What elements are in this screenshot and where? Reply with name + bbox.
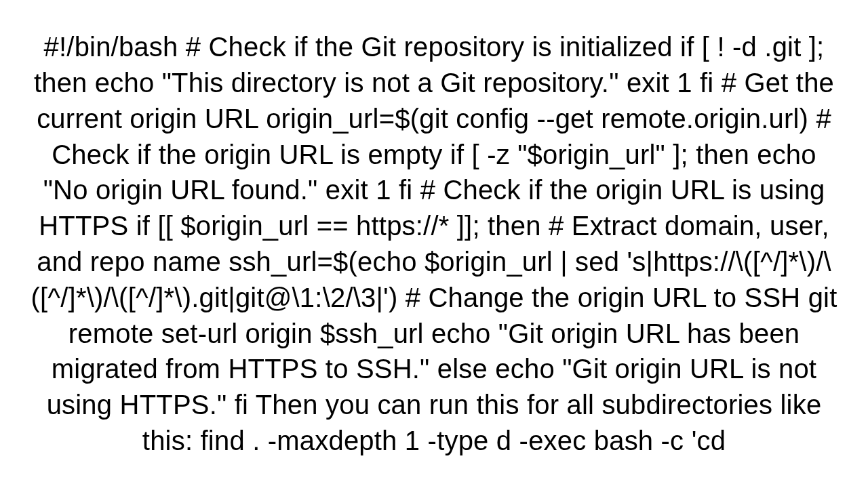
script-text: #!/bin/bash # Check if the Git repositor… (31, 32, 837, 455)
document-body: #!/bin/bash # Check if the Git repositor… (27, 29, 841, 459)
